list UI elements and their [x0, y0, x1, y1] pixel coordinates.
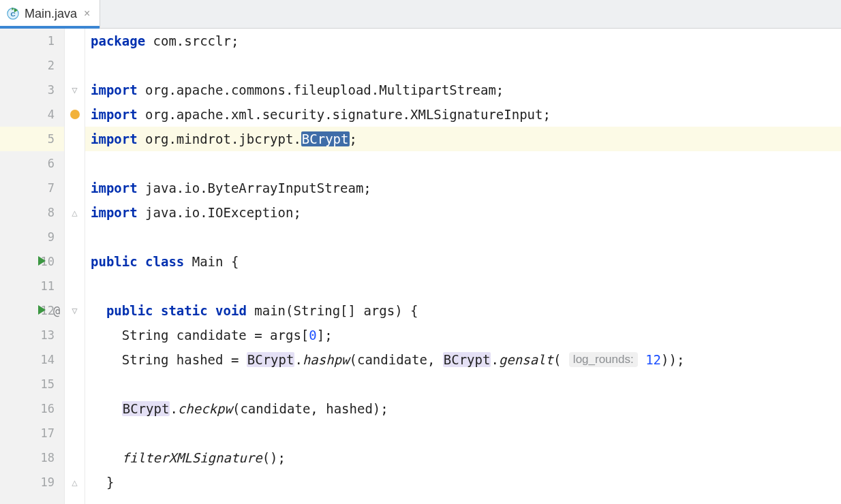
gutter-line[interactable]: 17 [0, 421, 64, 445]
code-line[interactable] [85, 225, 841, 249]
code-line[interactable] [85, 151, 841, 176]
code-line[interactable]: public static void main(String[] args) { [85, 298, 841, 323]
brace-close: } [106, 475, 114, 490]
fold-gutter-line[interactable] [65, 274, 85, 298]
gutter-line[interactable]: 1 [0, 29, 64, 53]
code-area[interactable]: package com.srcclr; import org.apache.co… [85, 29, 841, 504]
class-decl: Main { [184, 254, 239, 269]
line-number-gutter[interactable]: 1234567891011@1213141516171819 [0, 29, 65, 504]
code-line[interactable]: import org.apache.xml.security.signature… [85, 102, 841, 127]
line-number: 4 [48, 108, 55, 121]
fold-gutter-line[interactable] [65, 53, 85, 78]
code-line[interactable]: } [85, 470, 841, 494]
fold-gutter-line[interactable] [65, 396, 85, 421]
close-tab-icon[interactable]: × [84, 7, 90, 20]
method-call: filterXMLSignature [122, 450, 262, 465]
annotation-gutter-icon: @ [53, 304, 60, 317]
line-number: 14 [41, 353, 55, 366]
import-suffix: ; [350, 131, 357, 146]
gutter-line[interactable]: 5 [0, 127, 64, 151]
code-line[interactable]: BCrypt.checkpw(candidate, hashed); [85, 396, 841, 421]
ide-root: C Main.java × 1234567891011@121314151617… [0, 0, 841, 504]
fold-toggle-open-icon[interactable] [72, 306, 77, 315]
code-line[interactable]: import org.apache.commons.fileupload.Mul… [85, 78, 841, 102]
keyword-void: void [215, 303, 247, 318]
gutter-line[interactable]: 4 [0, 102, 64, 127]
gutter-line[interactable]: 13 [0, 323, 64, 347]
code-line[interactable]: filterXMLSignature(); [85, 445, 841, 470]
fold-gutter-line[interactable] [65, 29, 85, 53]
fold-gutter-line[interactable] [65, 372, 85, 396]
fold-gutter-line[interactable] [65, 176, 85, 200]
gutter-line[interactable]: @12 [0, 298, 64, 323]
gutter-line[interactable]: 14 [0, 347, 64, 372]
method-sig: main(String[] args) { [247, 303, 418, 318]
fold-gutter-line[interactable] [65, 445, 85, 470]
code-line[interactable] [85, 274, 841, 298]
fold-gutter-line[interactable] [65, 151, 85, 176]
line-number: 13 [41, 328, 55, 342]
line-number: 19 [41, 475, 55, 489]
gutter-line[interactable]: 3 [0, 78, 64, 102]
fold-gutter-line[interactable] [65, 78, 85, 102]
parameter-hint: log_rounds: [569, 352, 638, 367]
gutter-line[interactable]: 19 [0, 470, 64, 494]
gutter-line[interactable]: 18 [0, 445, 64, 470]
import-prefix: org.mindrot.jbcrypt. [138, 131, 301, 146]
line-number: 3 [48, 83, 55, 97]
selected-identifier: BCrypt [301, 131, 350, 146]
line-number: 17 [41, 426, 55, 440]
gutter-line[interactable]: 7 [0, 176, 64, 200]
line-number: 7 [48, 181, 55, 195]
fold-toggle-open-icon[interactable] [72, 85, 77, 95]
fold-gutter-line[interactable] [65, 102, 85, 127]
line-number: 9 [48, 230, 55, 244]
fold-gutter-line[interactable] [65, 347, 85, 372]
code-line-current[interactable]: import org.mindrot.jbcrypt.BCrypt; [85, 127, 841, 151]
editor-tab-main-java[interactable]: C Main.java × [0, 0, 100, 28]
warning-gutter-icon[interactable] [70, 110, 80, 119]
fold-gutter-line[interactable] [65, 200, 85, 225]
gutter-line[interactable]: 15 [0, 372, 64, 396]
gutter-line[interactable]: 2 [0, 53, 64, 78]
line-number: 5 [48, 132, 55, 146]
line-number: 15 [41, 377, 55, 391]
code-line[interactable]: String hashed = BCrypt.hashpw(candidate,… [85, 347, 841, 372]
code-line[interactable] [85, 372, 841, 396]
editor-tabbar: C Main.java × [0, 0, 841, 29]
gutter-line[interactable]: 6 [0, 151, 64, 176]
gutter-line[interactable]: 11 [0, 274, 64, 298]
gutter-line[interactable]: 8 [0, 200, 64, 225]
code-text: String hashed = [91, 352, 247, 367]
fold-end-icon [72, 208, 77, 217]
fold-gutter-line[interactable] [65, 421, 85, 445]
run-gutter-icon[interactable] [38, 255, 46, 268]
gutter-line[interactable]: 10 [0, 249, 64, 274]
import-text: java.io.ByteArrayInputStream; [138, 180, 371, 195]
fold-gutter-line[interactable] [65, 127, 85, 151]
code-text: String candidate = args[ [91, 328, 309, 343]
fold-gutter-line[interactable] [65, 298, 85, 323]
run-gutter-icon[interactable] [38, 304, 46, 317]
keyword-import: import [91, 107, 138, 122]
code-line[interactable]: public class Main { [85, 249, 841, 274]
keyword-import: import [91, 180, 138, 195]
tab-filename: Main.java [25, 7, 77, 21]
code-line[interactable] [85, 421, 841, 445]
fold-gutter-line[interactable] [65, 470, 85, 494]
code-line[interactable] [85, 53, 841, 78]
gutter-line[interactable]: 9 [0, 225, 64, 249]
fold-gutter-line[interactable] [65, 323, 85, 347]
gutter-line[interactable]: 16 [0, 396, 64, 421]
static-method: hashpw [303, 352, 350, 367]
line-number: 6 [48, 157, 55, 170]
code-line[interactable]: package com.srcclr; [85, 29, 841, 53]
line-number: 8 [48, 206, 55, 219]
fold-gutter-line[interactable] [65, 225, 85, 249]
code-line[interactable]: import java.io.IOException; [85, 200, 841, 225]
fold-gutter-line[interactable] [65, 249, 85, 274]
code-line[interactable]: import java.io.ByteArrayInputStream; [85, 176, 841, 200]
code-line[interactable]: String candidate = args[0]; [85, 323, 841, 347]
line-number: 16 [41, 402, 55, 415]
fold-gutter[interactable] [65, 29, 85, 504]
